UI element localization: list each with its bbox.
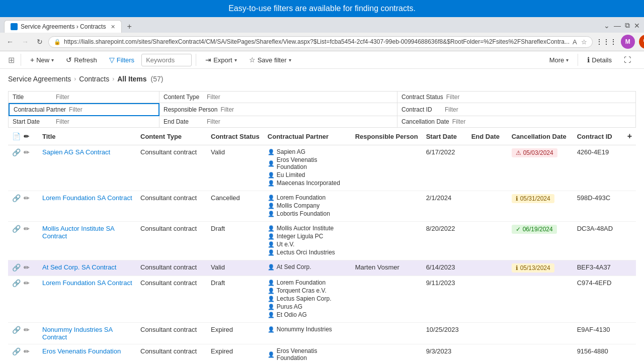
security-icon[interactable]: 🛡	[639, 35, 644, 49]
cell-contract-id: BEF3-4A37	[573, 260, 623, 276]
cell-actions: 🔗 ✏	[8, 145, 38, 191]
th-actions: 📄 ✏	[8, 128, 38, 145]
row-link-icon[interactable]: 🔗	[12, 326, 21, 334]
filter-responsible-person-input[interactable]	[220, 106, 393, 113]
th-edit-icon: ✏	[24, 133, 29, 140]
tab-search-icon[interactable]: ⌄	[604, 22, 610, 30]
fullscreen-button[interactable]: ⛶	[619, 53, 636, 66]
cell-responsible-person: Marten Vosmer	[351, 260, 422, 276]
breadcrumb-contracts[interactable]: Contracts	[79, 75, 109, 83]
cell-title[interactable]: Nonummy Industries SA Contract	[38, 323, 136, 344]
partner-name: Torquent Cras e.V.	[277, 287, 327, 294]
cell-cancellation-date: ⚠05/03/2024	[508, 145, 573, 191]
more-label: More	[549, 56, 565, 64]
toolbar-divider-3	[578, 54, 578, 66]
cell-title[interactable]: Lorem Foundation SA Contract	[38, 191, 136, 222]
waffle-icon[interactable]: ⊞	[8, 55, 15, 65]
export-icon: ⇥	[205, 56, 211, 64]
th-contract-id[interactable]: Contract ID	[573, 128, 623, 145]
cell-extra	[623, 323, 636, 344]
th-end-date[interactable]: End Date	[467, 128, 508, 145]
row-link-icon[interactable]: 🔗	[12, 194, 21, 202]
active-tab[interactable]: Service Agreements › Contracts ✕	[4, 20, 122, 33]
forward-button[interactable]: →	[19, 37, 31, 47]
new-tab-button[interactable]: +	[124, 21, 134, 32]
more-button[interactable]: More ▾	[544, 54, 574, 66]
cancel-badge: ⚠05/03/2024	[512, 148, 557, 157]
filter-contractual-partner-input[interactable]	[69, 106, 154, 113]
cell-title[interactable]: At Sed Corp. SA Contract	[38, 260, 136, 276]
th-title[interactable]: Title	[38, 128, 136, 145]
row-link-icon[interactable]: 🔗	[12, 279, 21, 287]
close-window-icon[interactable]: ✕	[634, 22, 640, 30]
cell-extra	[623, 260, 636, 276]
cell-content-type: Consultant contract	[136, 145, 207, 191]
filter-cell-start-date: Start Date	[9, 116, 159, 127]
keywords-input[interactable]	[141, 54, 192, 66]
row-link-icon[interactable]: 🔗	[12, 347, 21, 355]
partner-name: At Sed Corp.	[277, 263, 311, 270]
row-link-icon[interactable]: 🔗	[12, 263, 21, 272]
back-button[interactable]: ←	[4, 37, 16, 47]
row-edit-icon[interactable]: ✏	[24, 263, 30, 272]
details-button[interactable]: ℹ Details	[582, 53, 617, 66]
save-filter-button[interactable]: ☆ Save filter ▾	[244, 53, 296, 66]
cell-title[interactable]: Sapien AG SA Contract	[38, 145, 136, 191]
cell-title[interactable]: Eros Venenatis Foundation	[38, 344, 136, 363]
partner-icon: 👤	[268, 180, 275, 187]
row-edit-icon[interactable]: ✏	[24, 326, 30, 334]
filter-end-date-input[interactable]	[207, 118, 393, 125]
profile-m-icon[interactable]: M	[621, 35, 635, 49]
cell-status: Valid	[207, 260, 264, 276]
th-cancellation-date[interactable]: Cancellation Date	[508, 128, 573, 145]
refresh-button[interactable]: ↺ Refresh	[61, 53, 102, 66]
restore-icon[interactable]: ⧉	[625, 21, 630, 30]
row-edit-icon[interactable]: ✏	[24, 148, 30, 156]
filter-contract-status-input[interactable]	[446, 94, 631, 101]
breadcrumb-service-agreements[interactable]: Service Agreements	[8, 75, 71, 83]
cell-start-date: 6/14/2023	[422, 260, 467, 276]
minimize-icon[interactable]: —	[614, 22, 621, 30]
filter-contract-id-input[interactable]	[445, 106, 631, 113]
export-button[interactable]: ⇥ Export ▾	[200, 53, 242, 66]
apps-grid-icon[interactable]: ⋮⋮⋮	[596, 38, 617, 46]
translate-icon[interactable]: A	[573, 38, 577, 46]
cell-title[interactable]: Lorem Foundation SA Contract	[38, 276, 136, 323]
new-caret-icon: ▾	[51, 57, 54, 63]
reload-button[interactable]: ↻	[34, 37, 45, 47]
partner-icon: 👤	[268, 249, 275, 256]
favorite-icon[interactable]: ☆	[581, 38, 587, 46]
filter-cell-content-type: Content Type	[159, 92, 397, 103]
tab-label: Service Agreements › Contracts	[21, 23, 106, 30]
partner-icon: 👤	[268, 280, 275, 286]
th-content-type[interactable]: Content Type	[136, 128, 207, 145]
row-link-icon[interactable]: 🔗	[12, 225, 21, 233]
cell-start-date: 6/17/2022	[422, 145, 467, 191]
filter-title-input[interactable]	[56, 94, 155, 101]
row-edit-icon[interactable]: ✏	[24, 279, 30, 287]
row-link-icon[interactable]: 🔗	[12, 148, 21, 156]
cell-actions: 🔗 ✏	[8, 191, 38, 222]
th-contract-status[interactable]: Contract Status	[207, 128, 264, 145]
banner-text: Easy-to-use filters are available for fi…	[228, 4, 416, 13]
th-responsible-person[interactable]: Responsible Person	[351, 128, 422, 145]
tab-close-btn[interactable]: ✕	[111, 24, 115, 30]
refresh-icon: ↺	[66, 56, 72, 64]
partner-icon: 👤	[268, 296, 275, 302]
th-contractual-partner[interactable]: Contractual Partner	[264, 128, 351, 145]
new-button[interactable]: + New ▾	[25, 53, 59, 66]
cell-title[interactable]: Mollis Auctor Institute SA Contract	[38, 222, 136, 260]
row-edit-icon[interactable]: ✏	[24, 347, 30, 355]
cell-status: Valid	[207, 145, 264, 191]
th-start-date[interactable]: Start Date	[422, 128, 467, 145]
cell-contract-id: E9AF-4130	[573, 323, 623, 344]
announcement-banner: Easy-to-use filters are available for fi…	[0, 0, 644, 17]
filters-button[interactable]: ▽ Filters	[104, 53, 139, 66]
row-edit-icon[interactable]: ✏	[24, 225, 30, 233]
filter-cancellation-date-input[interactable]	[452, 118, 631, 125]
row-edit-icon[interactable]: ✏	[24, 194, 30, 202]
th-add-column[interactable]: +	[623, 128, 636, 145]
filter-content-type-input[interactable]	[207, 94, 393, 101]
address-bar[interactable]: 🔒 https://lialis.sharepoint.com/sites/Sh…	[48, 36, 593, 48]
filter-start-date-input[interactable]	[56, 118, 155, 125]
